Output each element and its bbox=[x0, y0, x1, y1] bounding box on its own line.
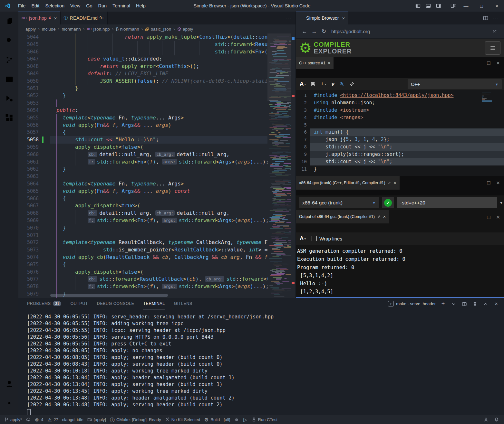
language-select[interactable]: C++▼ bbox=[408, 79, 502, 89]
toggle-sidebar-icon[interactable] bbox=[413, 1, 422, 10]
breadcrumb-item-basic_json[interactable]: basic_json bbox=[145, 27, 171, 32]
activitybar-search-icon[interactable] bbox=[0, 31, 18, 50]
menu-help[interactable]: Help bbox=[133, 3, 149, 8]
close-tab-icon[interactable]: × bbox=[342, 15, 345, 21]
breadcrumb-item-apply[interactable]: apply bbox=[177, 27, 193, 32]
url-input[interactable]: https://godbolt.org bbox=[331, 29, 490, 34]
toggle-panel-icon[interactable] bbox=[424, 1, 433, 10]
wrap-lines-checkbox[interactable] bbox=[312, 236, 317, 241]
statusbar-run-ctest[interactable]: Run CTest bbox=[249, 416, 279, 423]
panel-tab-gitlens[interactable]: GITLENS bbox=[174, 298, 192, 309]
panel-tab-debug-console[interactable]: DEBUG CONSOLE bbox=[97, 298, 134, 309]
activitybar-settings-icon[interactable] bbox=[0, 393, 18, 413]
breadcrumb[interactable]: apply›include›nlohmann›C++json.hpp›{}nlo… bbox=[18, 24, 303, 33]
browser-back-icon[interactable]: ← bbox=[300, 27, 309, 36]
close-pane-icon[interactable]: × bbox=[496, 179, 500, 186]
statusbar-cmake-project[interactable]: [apply] bbox=[85, 416, 108, 423]
statusbar-errors[interactable]: ⊗4 bbox=[33, 416, 45, 423]
maximize-panel-icon[interactable] bbox=[482, 301, 489, 307]
maximize-pane-icon[interactable]: □ bbox=[487, 214, 490, 221]
breadcrumb-item-include[interactable]: include bbox=[42, 27, 56, 32]
menu-edit[interactable]: Edit bbox=[28, 3, 42, 8]
tab-readme.md[interactable]: ⓘREADME.md9+ bbox=[61, 12, 108, 24]
edit-pane-title-icon[interactable] bbox=[377, 215, 381, 219]
activitybar-accounts-icon[interactable] bbox=[0, 374, 18, 393]
activitybar-explorer-icon[interactable] bbox=[0, 12, 18, 31]
tab-output[interactable]: Output of x86-64 gcc (trunk) (Compiler #… bbox=[296, 210, 389, 223]
maximize-button[interactable]: □ bbox=[474, 0, 489, 12]
minimize-button[interactable]: — bbox=[459, 0, 473, 12]
browser-forward-icon[interactable]: → bbox=[309, 27, 319, 36]
minimap[interactable] bbox=[267, 33, 296, 298]
terminal-dropdown-icon[interactable] bbox=[451, 301, 457, 307]
breadcrumb-item-nlohmann[interactable]: nlohmann bbox=[62, 27, 81, 32]
statusbar-feedback[interactable] bbox=[481, 416, 490, 423]
pin-icon[interactable] bbox=[349, 81, 354, 87]
panel-tab-terminal[interactable]: TERMINAL bbox=[143, 298, 165, 309]
statusbar-notifications[interactable] bbox=[492, 416, 501, 423]
vim-toggle-icon[interactable]: v bbox=[331, 81, 334, 87]
statusbar-build-target[interactable]: [all] bbox=[222, 416, 232, 423]
menu-file[interactable]: File bbox=[15, 3, 28, 8]
compiler-options-input[interactable]: -std=c++20 bbox=[397, 197, 497, 208]
activitybar-run-and-debug-icon[interactable] bbox=[0, 89, 18, 108]
save-icon[interactable] bbox=[310, 81, 316, 87]
edit-pane-title-icon[interactable] bbox=[387, 181, 391, 185]
close-window-button[interactable]: × bbox=[490, 0, 504, 12]
statusbar-cmake-variant[interactable]: ⓘCMake: [Debug]: Ready bbox=[108, 416, 163, 423]
close-icon[interactable]: × bbox=[383, 214, 386, 219]
zoom-icon[interactable] bbox=[339, 81, 344, 87]
statusbar-git-branch[interactable]: apply* bbox=[2, 416, 24, 423]
menu-view[interactable]: View bbox=[67, 3, 83, 8]
tab-simple-browser[interactable]: Simple Browser × bbox=[296, 12, 348, 24]
menu-terminal[interactable]: Terminal bbox=[110, 3, 133, 8]
statusbar-cmake-build[interactable]: ⚙Build bbox=[202, 416, 222, 423]
tab-json.hpp[interactable]: C++json.hpp4× bbox=[18, 12, 61, 24]
tab-cpp-source[interactable]: C++ source #1 × bbox=[296, 57, 334, 69]
close-tab-icon[interactable]: × bbox=[54, 15, 57, 21]
close-icon[interactable]: × bbox=[393, 180, 396, 185]
font-size-button[interactable]: A▾ bbox=[300, 81, 306, 87]
statusbar-cmake-kit[interactable]: No Kit Selected bbox=[163, 416, 202, 423]
maximize-pane-icon[interactable]: □ bbox=[487, 60, 490, 66]
close-pane-icon[interactable]: × bbox=[496, 214, 500, 221]
activitybar-source-control-icon[interactable] bbox=[0, 50, 18, 70]
split-terminal-icon[interactable] bbox=[461, 301, 468, 307]
horizontal-scrollbar[interactable] bbox=[50, 294, 168, 297]
split-editor-icon[interactable] bbox=[483, 15, 488, 21]
menu-go[interactable]: Go bbox=[83, 3, 95, 8]
maximize-pane-icon[interactable]: □ bbox=[487, 180, 490, 186]
close-pane-icon[interactable]: × bbox=[496, 60, 500, 67]
options-dropdown-icon[interactable]: ▼ bbox=[499, 197, 503, 208]
statusbar-cmake-launch[interactable]: ▷ bbox=[241, 416, 249, 423]
tab-compiler[interactable]: x86-64 gcc (trunk) (C++, Editor #1, Comp… bbox=[296, 176, 400, 190]
terminal-output[interactable]: [2022-04-30 06:05:55] INFO: serve_header… bbox=[27, 314, 274, 415]
breadcrumb-item-apply[interactable]: apply bbox=[25, 27, 36, 32]
editor-more-actions-icon[interactable]: ··· bbox=[286, 12, 296, 24]
customize-layout-icon[interactable] bbox=[449, 1, 458, 10]
breadcrumb-item-json.hpp[interactable]: C++json.hpp bbox=[87, 27, 110, 32]
code-editor[interactable]: 5044 return apply_make_tuple<ConstThis>(… bbox=[18, 33, 296, 298]
ce-menu-button[interactable] bbox=[485, 41, 500, 55]
open-external-icon[interactable] bbox=[490, 27, 499, 36]
new-terminal-icon[interactable]: + bbox=[440, 301, 446, 307]
browser-reload-icon[interactable]: ↻ bbox=[319, 27, 329, 36]
statusbar-publish[interactable] bbox=[24, 416, 33, 423]
panel-tab-output[interactable]: OUTPUT bbox=[70, 298, 88, 309]
statusbar-clangd-status[interactable]: clangd: idle bbox=[60, 416, 85, 423]
close-icon[interactable]: × bbox=[328, 61, 330, 66]
menu-run[interactable]: Run bbox=[95, 3, 110, 8]
breadcrumb-item-nlohmann[interactable]: {}nlohmann bbox=[116, 27, 139, 32]
output-font-button[interactable]: A▾ bbox=[300, 235, 306, 242]
statusbar-cmake-debug[interactable] bbox=[232, 416, 241, 423]
minimap-slider[interactable] bbox=[267, 33, 291, 101]
terminal-session-select[interactable]: > make - serve_header bbox=[388, 301, 436, 306]
compiler-select[interactable]: x86-64 gcc (trunk)▼ bbox=[299, 197, 379, 208]
panel-tab-problems[interactable]: PROBLEMS31 bbox=[27, 298, 61, 309]
kill-terminal-icon[interactable] bbox=[472, 301, 478, 307]
activitybar-extensions-icon[interactable] bbox=[0, 108, 18, 127]
add-pane-button[interactable]: +▾ bbox=[320, 80, 326, 88]
toggle-secondary-sidebar-icon[interactable] bbox=[434, 1, 443, 10]
activitybar-cmake-icon[interactable] bbox=[0, 70, 18, 89]
statusbar-warnings[interactable]: ⚠27 bbox=[45, 416, 60, 423]
